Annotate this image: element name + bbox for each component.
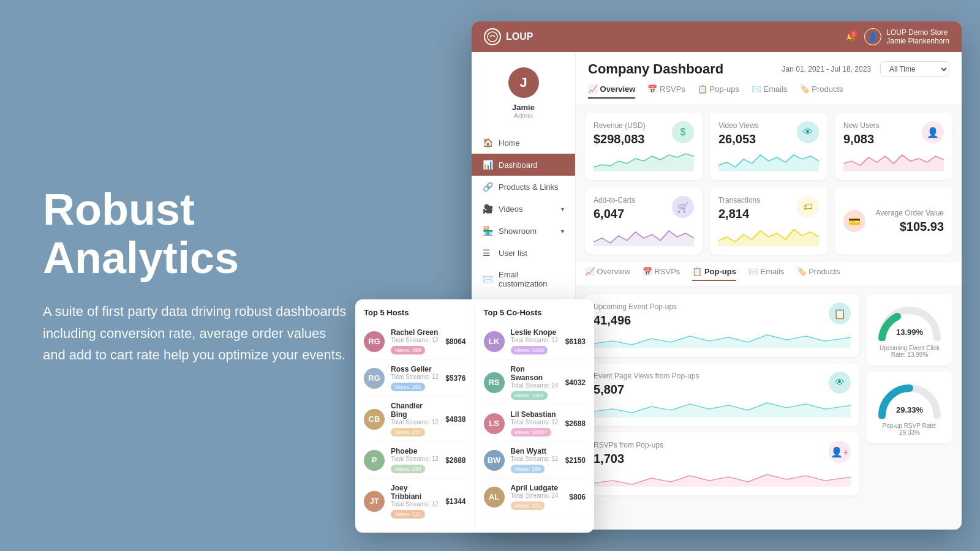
tab-overview[interactable]: 📈 Overview — [588, 84, 635, 99]
popup-events-icon: 📋 — [829, 302, 851, 324]
host-item-rachel: RG Rachel Green Total Streams: 12 Views:… — [364, 323, 466, 360]
cohost-revenue-ben: $2150 — [565, 456, 586, 465]
hosts-col-title: Top 5 Hosts — [364, 308, 466, 317]
sidebar-nav: 🏠 Home 📊 Dashboard 🔗 Products & Links 🎥 … — [472, 132, 575, 317]
popup-events-label: Upcoming Event Pop-ups — [594, 302, 677, 311]
metric-videoviews: Video Views 26,053 👁 — [710, 113, 827, 180]
sidebar-item-email[interactable]: ✉️ Email customization — [472, 264, 575, 294]
logo-icon — [484, 28, 501, 45]
metric-transactions: Transactions 2,814 🏷 — [710, 187, 827, 255]
host-badge-phoebe: Views: 184 — [391, 465, 425, 473]
host-streams-rachel: Total Streams: 12 — [391, 337, 439, 343]
tab2-overview[interactable]: 📈 Overview — [585, 267, 630, 281]
revenue-sparkline — [594, 150, 694, 171]
cohost-info-lil: Lil Sebastian Total Streams: 12 Views: 1… — [511, 410, 559, 437]
sidebar-item-home[interactable]: 🏠 Home — [472, 132, 575, 154]
host-streams-phoebe: Total Streams: 12 — [391, 455, 439, 462]
metric-addtocarts-label: Add-to-Carts — [594, 196, 635, 204]
metric-aov-value: $105.93 — [875, 220, 944, 234]
host-badge-chandler: Views: 221 — [391, 428, 425, 437]
tab-emails[interactable]: ✉️ Emails — [752, 84, 788, 99]
host-info-ross: Ross Geller Total Streams: 12 Views: 291 — [391, 365, 439, 391]
metric-addtocarts: Add-to-Carts 6,047 🛒 — [585, 187, 703, 255]
tab2-rsvps[interactable]: 📅 RSVPs — [643, 267, 680, 281]
metrics-grid: Revenue (USD) $298,083 $ — [576, 105, 962, 262]
tab-rsvps[interactable]: 📅 RSVPs — [647, 84, 685, 99]
transactions-icon: 🏷 — [797, 196, 819, 218]
addtocarts-icon: 🛒 — [672, 196, 694, 218]
metric-videoviews-value: 26,053 — [718, 132, 759, 146]
host-avatar-chandler: CB — [364, 409, 385, 430]
popup-rsvps-sparkline — [594, 470, 851, 487]
metric-videoviews-label: Video Views — [718, 121, 759, 130]
rsvp-rate-gauge-svg: 29.33% — [876, 379, 943, 419]
hosts-window: Top 5 Hosts RG Rachel Green Total Stream… — [355, 299, 594, 533]
cohost-info-ben: Ben Wyatt Total Streams: 12 Views: 184 — [511, 447, 559, 473]
userlist-icon: ☰ — [483, 248, 492, 258]
newusers-sparkline — [843, 150, 944, 171]
cohost-streams-leslie: Total Streams: 12 — [511, 337, 559, 343]
cohost-badge-leslie: Views: 3400 — [511, 346, 548, 354]
sidebar-item-showroom[interactable]: 🏪 Showroom ▾ — [472, 220, 575, 242]
cohost-avatar-ben: BW — [484, 450, 505, 471]
sidebar-item-userlist[interactable]: ☰ User list — [472, 242, 575, 264]
topbar: LOUP 🔔 3 👤 LOUP Demo Store Jamie Planken… — [472, 21, 962, 52]
tab2-popups[interactable]: 📋 Pop-ups — [692, 267, 736, 281]
logo-text: LOUP — [506, 31, 533, 42]
right-panel: LOUP 🔔 3 👤 LOUP Demo Store Jamie Planken… — [392, 0, 980, 551]
metric-revenue-value: $298,083 — [594, 132, 646, 146]
user-info: 👤 LOUP Demo Store Jamie Plankenhorn — [864, 28, 949, 45]
left-panel: Robust Analytics A suite of first party … — [0, 0, 392, 551]
host-name-chandler: Chandler Bing — [391, 402, 439, 419]
sidebar-item-products[interactable]: 🔗 Products & Links — [472, 176, 575, 198]
notification-badge: 3 — [849, 30, 858, 39]
user-name: Jamie Plankenhorn — [886, 37, 949, 45]
sidebar-item-userlist-label: User list — [499, 249, 527, 258]
notification-icon[interactable]: 🔔 3 — [846, 32, 855, 41]
host-badge-joey: Views: 121 — [391, 510, 425, 519]
host-revenue-phoebe: $2688 — [445, 456, 466, 465]
dash-header: Company Dashboard Jan 01, 2021 - Jul 18,… — [576, 52, 962, 105]
click-rate-gauge-svg: 13.99% — [876, 301, 943, 341]
addtocarts-sparkline — [594, 225, 694, 246]
user-avatar: 👤 — [864, 28, 881, 45]
host-item-joey: JT Joey Tribbiani Total Streams: 12 View… — [364, 479, 466, 524]
headline: Robust Analytics — [43, 186, 349, 282]
metric-revenue-label: Revenue (USD) — [594, 121, 646, 130]
cohost-revenue-april: $806 — [569, 493, 586, 501]
svg-marker-2 — [718, 155, 819, 171]
tab2-emails[interactable]: ✉️ Emails — [748, 267, 785, 281]
host-item-chandler: CB Chandler Bing Total Streams: 12 Views… — [364, 397, 466, 442]
transactions-sparkline — [718, 225, 819, 246]
cohost-name-lil: Lil Sebastian — [511, 410, 559, 419]
sidebar-item-dashboard[interactable]: 📊 Dashboard — [472, 154, 575, 176]
host-avatar-joey: JT — [364, 491, 385, 512]
sidebar-item-videos[interactable]: 🎥 Videos ▾ — [472, 198, 575, 220]
sidebar-item-videos-label: Videos — [499, 204, 523, 214]
cohost-info-ron: Ron Swanson Total Streams: 24 Views: 198… — [511, 365, 559, 400]
cohost-streams-april: Total Streams: 24 — [511, 492, 564, 499]
date-select[interactable]: All Time Last 30 Days Last 90 Days — [880, 61, 949, 77]
sidebar-item-email-label: Email customization — [499, 270, 564, 288]
svg-marker-7 — [594, 403, 851, 418]
videoviews-icon: 👁 — [797, 121, 819, 143]
tab-products[interactable]: 🏷️ Products — [800, 84, 843, 99]
popup-pageviews-icon: 👁 — [829, 372, 851, 394]
cohost-revenue-leslie: $6183 — [565, 337, 586, 346]
host-name-ross: Ross Geller — [391, 365, 439, 373]
avatar-name: Jamie — [512, 103, 535, 112]
sidebar-item-showroom-label: Showroom — [499, 227, 537, 236]
metric-addtocarts-value: 6,047 — [594, 207, 635, 221]
tab2-products[interactable]: 🏷️ Products — [797, 267, 840, 281]
email-icon: ✉️ — [483, 274, 492, 284]
metric-newusers-value: 9,083 — [843, 132, 880, 146]
cohost-info-leslie: Leslie Knope Total Streams: 12 Views: 34… — [511, 328, 559, 354]
popup-metrics-area: Upcoming Event Pop-ups 41,496 📋 — [576, 287, 962, 503]
popup-pageviews-sparkline — [594, 400, 851, 418]
sidebar-item-products-label: Products & Links — [499, 182, 559, 192]
cohost-item-april: AL April Ludgate Total Streams: 24 Views… — [484, 479, 586, 515]
tab-popups[interactable]: 📋 Pop-ups — [698, 84, 739, 99]
host-name-rachel: Rachel Green — [391, 328, 439, 337]
cohost-revenue-lil: $2688 — [565, 419, 586, 428]
host-streams-ross: Total Streams: 12 — [391, 373, 439, 380]
